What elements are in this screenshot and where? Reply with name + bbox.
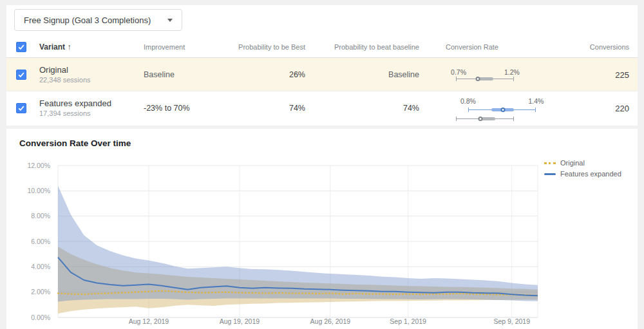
dotted-line-swatch-icon: [544, 162, 556, 164]
optimize-report-page: { "goal_selector": { "value": "Free Sign…: [0, 0, 644, 329]
y-axis-tick-label: 2.00%: [31, 288, 50, 296]
improvement-value: -23% to 70%: [144, 104, 236, 113]
table-row: Features expanded 17,394 sessions -23% t…: [6, 91, 638, 125]
ci-high-label: 1.2%: [504, 68, 520, 76]
prob-beat-baseline-value: 74%: [308, 104, 422, 113]
column-header-prob-best: Probability to be Best: [236, 43, 308, 51]
x-axis-tick-label: Sep 9, 2019: [493, 317, 530, 325]
conversions-value: 225: [547, 70, 629, 80]
variant-name: Features expanded: [39, 99, 144, 109]
column-header-variant[interactable]: Variant ↑: [39, 42, 144, 52]
goal-selector-value: Free Signup (Goal 3 Completions): [24, 15, 151, 25]
prob-best-value: 26%: [236, 70, 308, 79]
checkmark-icon: [17, 104, 25, 112]
checkmark-icon: [17, 71, 25, 79]
chart-legend: Original Features expanded: [544, 159, 621, 178]
prob-best-value: 74%: [236, 104, 308, 113]
legend-item-original: Original: [544, 159, 621, 167]
trend-chart: 0.00%2.00%4.00%6.00%8.00%10.00%12.00%Aug…: [6, 129, 638, 329]
conversion-rate-boxplot: 0.7%1.2%: [444, 58, 547, 91]
chevron-down-icon: [167, 19, 173, 22]
improvement-value: Baseline: [144, 70, 236, 79]
legend-label: Features expanded: [560, 170, 621, 178]
row-checkbox-original[interactable]: [16, 70, 26, 80]
y-axis-tick-label: 12.00%: [27, 162, 50, 169]
median-dot: [476, 77, 480, 81]
goal-selector-dropdown[interactable]: Free Signup (Goal 3 Completions): [14, 9, 182, 31]
conversion-rate-chart-card: Conversion Rate Over time 0.00%2.00%4.00…: [6, 129, 638, 329]
whisker-end: [513, 117, 514, 121]
conversions-value: 220: [547, 104, 629, 113]
ci-low-label: 0.8%: [460, 97, 476, 105]
y-axis-tick-label: 10.00%: [27, 187, 50, 194]
legend-item-features-expanded: Features expanded: [544, 170, 621, 178]
y-axis-tick-label: 8.00%: [31, 212, 50, 220]
x-axis-tick-label: Aug 19, 2019: [220, 317, 260, 325]
median-dot: [501, 108, 506, 112]
row-checkbox-features-expanded[interactable]: [16, 103, 26, 113]
interquartile-bar: [478, 77, 493, 80]
whisker-end: [513, 77, 514, 81]
ci-low-label: 0.7%: [451, 68, 466, 76]
y-axis-tick-label: 6.00%: [31, 238, 50, 245]
y-axis-tick-label: 0.00%: [31, 314, 50, 321]
whisker-end: [456, 117, 457, 121]
column-header-prob-beat-baseline: Probability to beat baseline: [308, 43, 422, 51]
column-header-conversions: Conversions: [547, 43, 629, 51]
select-all-checkbox[interactable]: [16, 42, 26, 52]
whisker-end: [456, 77, 457, 81]
variant-sessions: 22,348 sessions: [39, 75, 144, 84]
x-axis-tick-label: Sep 1, 2019: [390, 317, 426, 325]
table-row: Original 22,348 sessions Baseline 26% Ba…: [6, 58, 638, 91]
column-header-improvement: Improvement: [144, 43, 236, 51]
variant-name: Original: [39, 65, 144, 75]
column-header-conversion-rate: Conversion Rate: [422, 43, 547, 51]
ci-high-label: 1.4%: [528, 97, 544, 105]
whisker-end: [535, 108, 536, 112]
whisker-end: [468, 108, 469, 112]
x-axis-tick-label: Aug 12, 2019: [129, 317, 169, 325]
checkmark-icon: [17, 43, 25, 51]
median-dot: [478, 117, 483, 121]
prob-beat-baseline-value: Baseline: [308, 70, 422, 79]
table-header-row: Variant ↑ Improvement Probability to be …: [6, 37, 638, 58]
solid-line-swatch-icon: [544, 173, 556, 175]
conversion-rate-boxplot: 0.8%1.4%: [444, 91, 547, 125]
y-axis-tick-label: 4.00%: [31, 263, 50, 270]
legend-label: Original: [560, 159, 585, 167]
sort-ascending-icon: ↑: [67, 42, 71, 52]
confidence-band: [58, 186, 538, 302]
results-table-card: Free Signup (Goal 3 Completions) Variant…: [6, 5, 638, 126]
x-axis-tick-label: Aug 26, 2019: [310, 317, 351, 325]
variant-sessions: 17,394 sessions: [39, 109, 144, 118]
